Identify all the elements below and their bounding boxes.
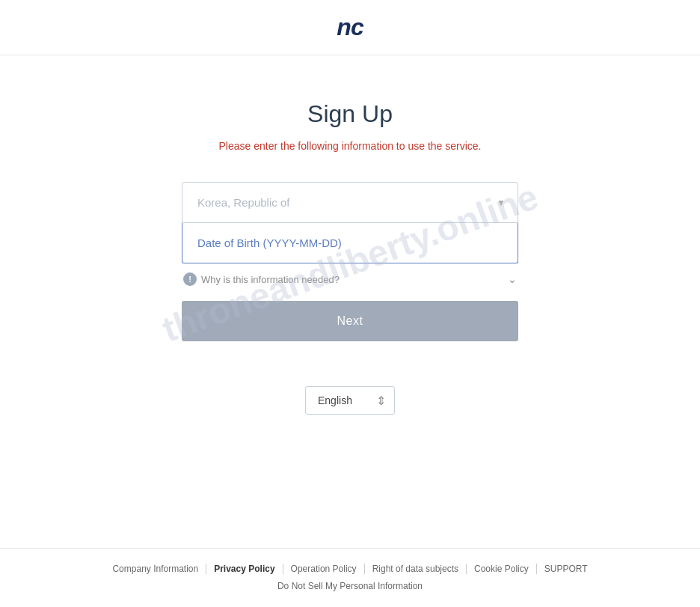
info-icon: ! bbox=[183, 272, 197, 286]
footer-link-do-not-sell[interactable]: Do Not Sell My Personal Information bbox=[277, 581, 423, 591]
info-left: ! Why is this information needed? bbox=[183, 272, 340, 286]
footer-bottom: Do Not Sell My Personal Information bbox=[15, 579, 685, 592]
dob-input[interactable] bbox=[182, 223, 518, 263]
info-chevron-icon: ⌄ bbox=[508, 273, 517, 285]
signup-form: Korea, Republic of Korea, Republic of Un… bbox=[182, 182, 518, 341]
dob-input-wrapper bbox=[182, 223, 518, 263]
language-select[interactable]: English 한국어 日本語 bbox=[305, 386, 395, 415]
footer-link-company-information[interactable]: Company Information bbox=[105, 564, 206, 574]
site-footer: Company Information Privacy Policy Opera… bbox=[0, 548, 700, 607]
next-button[interactable]: Next bbox=[182, 301, 518, 341]
page-title: Sign Up bbox=[307, 100, 393, 128]
footer-links: Company Information Privacy Policy Opera… bbox=[15, 564, 685, 574]
language-select-wrapper: English 한국어 日本語 ⇕ bbox=[305, 386, 395, 415]
footer-link-operation-policy[interactable]: Operation Policy bbox=[283, 564, 365, 574]
footer-link-cookie-policy[interactable]: Cookie Policy bbox=[467, 564, 537, 574]
language-section: English 한국어 日本語 ⇕ bbox=[305, 386, 395, 415]
page-subtitle: Please enter the following information t… bbox=[219, 140, 482, 152]
footer-link-privacy-policy[interactable]: Privacy Policy bbox=[206, 564, 283, 574]
main-content: throneandliberty.online Sign Up Please e… bbox=[0, 55, 700, 548]
site-logo: nc bbox=[337, 13, 363, 41]
country-select[interactable]: Korea, Republic of Korea, Republic of Un… bbox=[182, 183, 518, 222]
site-header: nc bbox=[0, 0, 700, 55]
footer-link-support[interactable]: SUPPORT bbox=[537, 564, 595, 574]
footer-link-right-of-data-subjects[interactable]: Right of data subjects bbox=[365, 564, 467, 574]
info-row[interactable]: ! Why is this information needed? ⌄ bbox=[182, 272, 518, 286]
info-question-text: Why is this information needed? bbox=[201, 274, 340, 285]
country-select-wrapper: Korea, Republic of Korea, Republic of Un… bbox=[182, 182, 518, 223]
